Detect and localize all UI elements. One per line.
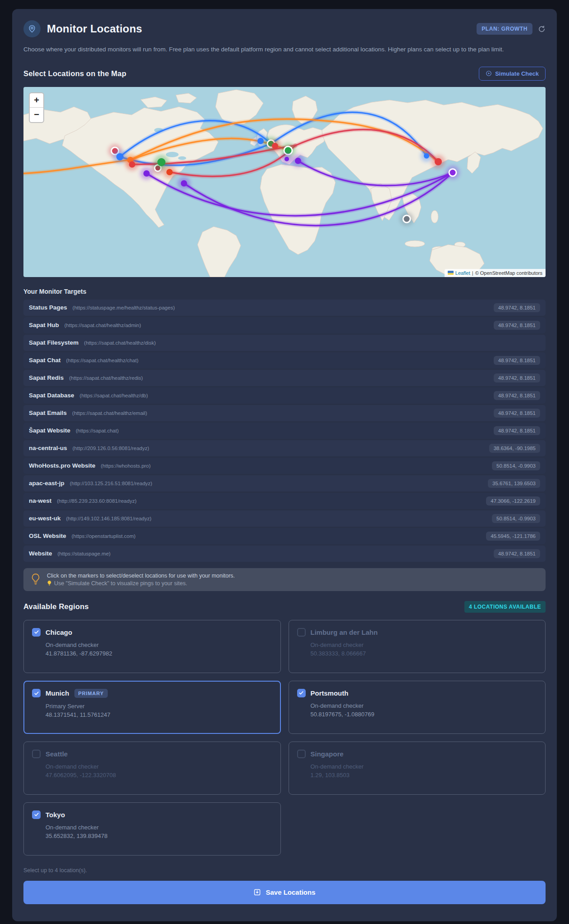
small-bulb-icon — [47, 580, 52, 587]
region-checkbox[interactable] — [32, 810, 41, 819]
target-row: Sapat Hub (https://sapat.chat/healthz/ad… — [23, 317, 546, 333]
region-coords: 35.652832, 139.839478 — [46, 833, 272, 839]
region-card[interactable]: Singapore On-demand checker 1.29, 103.85… — [289, 742, 546, 795]
osm-attribution: © OpenStreetMap contributors — [475, 270, 542, 276]
map-marker-seattle-blue[interactable] — [116, 153, 124, 160]
target-row: Sapat Redis (https://sapat.chat/healthz/… — [23, 370, 546, 386]
map-canvas — [23, 87, 546, 277]
region-coords: 1.29, 103.8503 — [311, 772, 537, 778]
target-row: Status Pages (https://statuspage.me/heal… — [23, 300, 546, 316]
region-sub: On-demand checker — [46, 824, 272, 831]
target-name: Sapat Emails — [29, 410, 67, 416]
region-coords: 50.8197675, -1.0880769 — [311, 711, 537, 718]
target-coords-badge: 48.9742, 8.1851 — [494, 391, 540, 400]
map-marker-us-purple[interactable] — [143, 170, 150, 177]
region-card[interactable]: Chicago On-demand checker 41.8781136, -8… — [23, 620, 281, 673]
map-marker-us-central-red[interactable] — [166, 169, 173, 175]
target-url: (https://statuspage.me/healthz/status-pa… — [73, 305, 175, 310]
map-marker-italy-purple[interactable] — [284, 157, 289, 161]
region-coords: 48.1371541, 11.5761247 — [46, 711, 272, 718]
map-section-heading: Select Locations on the Map — [23, 69, 126, 78]
target-row: apac-east-jp (http://103.125.216.51:8081… — [23, 475, 546, 492]
page-title: Monitor Locations — [47, 23, 142, 35]
target-name: na-west — [29, 497, 51, 504]
zoom-out-button[interactable]: − — [30, 108, 43, 122]
region-checkbox[interactable] — [297, 628, 306, 637]
region-card[interactable]: Munich PRIMARY Primary Server 48.1371541… — [23, 681, 281, 734]
region-card[interactable]: Portsmouth On-demand checker 50.8197675,… — [289, 681, 546, 734]
target-url: (https://sapat.chat/healthz/chat) — [66, 358, 138, 363]
target-url: (http://149.102.146.185:8081/readyz) — [66, 516, 151, 521]
target-row: eu-west-uk (http://149.102.146.185:8081/… — [23, 510, 546, 527]
target-name: Sapat Database — [29, 392, 74, 399]
target-name: OSL Website — [29, 533, 66, 539]
target-name: na-central-us — [29, 445, 67, 451]
header: Monitor Locations PLAN: GROWTH — [23, 20, 546, 37]
region-checkbox[interactable] — [32, 750, 41, 758]
region-card[interactable]: Limburg an der Lahn On-demand checker 50… — [289, 620, 546, 673]
target-coords-badge: 48.9742, 8.1851 — [494, 426, 540, 435]
target-url: (https://sapat.chat) — [76, 428, 119, 433]
map-marker-tokyo-purple-ring[interactable] — [449, 169, 456, 176]
tip-line-2: Use "Simulate Check" to visualize pings … — [47, 580, 235, 587]
map-marker-uk-west-blue[interactable] — [257, 138, 264, 144]
target-url: (https://sapat.chat/healthz/disk) — [84, 340, 156, 346]
target-url: (http://209.126.0.56:8081/readyz) — [73, 446, 149, 451]
region-card[interactable]: Seattle On-demand checker 47.6062095, -1… — [23, 742, 281, 795]
map-marker-korea-blue[interactable] — [424, 153, 429, 159]
map-marker-chicago-green[interactable] — [157, 158, 165, 166]
region-sub: On-demand checker — [311, 642, 537, 648]
target-coords-badge: 48.9742, 8.1851 — [494, 373, 540, 382]
region-sub: On-demand checker — [311, 702, 537, 709]
tip-line-1: Click on the markers to select/deselect … — [47, 573, 235, 579]
map-marker-singapore-gray-ring[interactable] — [403, 215, 410, 223]
target-coords-badge: 48.9742, 8.1851 — [494, 409, 540, 418]
save-locations-button[interactable]: Save Locations — [23, 881, 546, 904]
region-cards-grid: Chicago On-demand checker 41.8781136, -8… — [23, 620, 546, 856]
refresh-icon[interactable] — [538, 25, 546, 33]
target-row: Website (https://statuspage.me) 48.9742,… — [23, 546, 546, 562]
targets-heading: Your Monitor Targets — [23, 288, 546, 295]
target-name: Sapat Filesystem — [29, 339, 78, 346]
target-name: Website — [29, 550, 52, 557]
region-checkbox[interactable] — [32, 628, 41, 637]
page-description: Choose where your distributed monitors w… — [23, 45, 545, 55]
ukraine-flag-icon — [448, 271, 454, 275]
map-marker-munich-green-ring[interactable] — [284, 146, 292, 155]
target-name: Šapat Website — [29, 427, 70, 434]
region-name: Limburg an der Lahn — [311, 628, 378, 636]
region-checkbox[interactable] — [32, 689, 41, 697]
world-map[interactable]: + − Leaflet | © OpenStreetMap contributo… — [23, 87, 546, 277]
region-checkbox[interactable] — [297, 750, 306, 758]
region-card[interactable]: Tokyo On-demand checker 35.652832, 139.8… — [23, 802, 281, 856]
simulate-check-button[interactable]: Simulate Check — [479, 67, 546, 81]
play-circle-icon — [486, 70, 492, 77]
target-row: na-west (http://85.239.233.60:8081/ready… — [23, 493, 546, 509]
target-coords-badge: 48.9742, 8.1851 — [494, 356, 540, 365]
zoom-in-button[interactable]: + — [30, 93, 43, 108]
region-name: Portsmouth — [311, 689, 349, 697]
locations-available-badge: 4 LOCATIONS AVAILABLE — [464, 601, 546, 613]
target-coords-badge: 48.9742, 8.1851 — [494, 321, 540, 330]
region-name: Munich — [46, 689, 69, 697]
region-name: Seattle — [46, 750, 68, 758]
map-marker-balkan-purple[interactable] — [295, 158, 301, 164]
target-url: (https://openstartuplist.com) — [72, 533, 136, 539]
target-url: (http://103.125.216.51:8081/readyz) — [70, 481, 152, 486]
map-marker-uk-red[interactable] — [272, 143, 278, 149]
region-name: Chicago — [46, 628, 72, 636]
region-coords: 41.8781136, -87.6297982 — [46, 650, 272, 657]
map-marker-us-gulf-purple[interactable] — [181, 180, 187, 187]
region-checkbox[interactable] — [297, 689, 306, 697]
region-coords: 50.383333, 8.066667 — [311, 650, 537, 657]
region-coords: 47.6062095, -122.3320708 — [46, 772, 272, 778]
target-row: Sapat Emails (https://sapat.chat/healthz… — [23, 405, 546, 421]
region-sub: On-demand checker — [46, 763, 272, 770]
target-coords-badge: 35.6761, 139.6503 — [488, 479, 540, 488]
map-marker-us-west-red[interactable] — [129, 161, 135, 168]
map-marker-korea-red[interactable] — [435, 158, 442, 165]
target-coords-badge: 48.9742, 8.1851 — [494, 549, 540, 558]
target-row: Sapat Filesystem (https://sapat.chat/hea… — [23, 335, 546, 351]
target-name: Sapat Redis — [29, 374, 64, 381]
leaflet-link[interactable]: Leaflet — [455, 270, 470, 276]
